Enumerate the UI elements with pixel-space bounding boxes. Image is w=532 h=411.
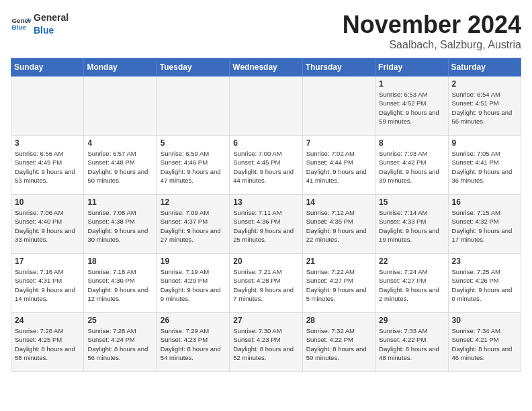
header-saturday: Saturday: [448, 58, 521, 77]
calendar-cell: 5Sunrise: 6:59 AM Sunset: 4:46 PM Daylig…: [157, 136, 229, 195]
day-number: 23: [452, 257, 517, 266]
calendar-cell: 19Sunrise: 7:19 AM Sunset: 4:29 PM Dayli…: [157, 254, 229, 313]
day-number: 19: [161, 257, 226, 266]
logo-blue: Blue: [34, 25, 54, 36]
calendar-cell: [84, 77, 157, 136]
day-info: Sunrise: 7:34 AM Sunset: 4:21 PM Dayligh…: [452, 326, 517, 362]
calendar-cell: [11, 77, 84, 136]
day-info: Sunrise: 7:22 AM Sunset: 4:27 PM Dayligh…: [306, 267, 371, 303]
day-info: Sunrise: 7:09 AM Sunset: 4:37 PM Dayligh…: [161, 208, 226, 244]
calendar-week-1: 1Sunrise: 6:53 AM Sunset: 4:52 PM Daylig…: [11, 77, 521, 136]
day-number: 21: [306, 257, 371, 266]
logo: General Blue General Blue: [11, 11, 69, 36]
day-number: 10: [15, 197, 80, 207]
calendar-cell: 23Sunrise: 7:25 AM Sunset: 4:26 PM Dayli…: [448, 254, 521, 313]
calendar-cell: 27Sunrise: 7:30 AM Sunset: 4:23 PM Dayli…: [230, 313, 302, 372]
day-info: Sunrise: 7:30 AM Sunset: 4:23 PM Dayligh…: [233, 326, 298, 362]
day-info: Sunrise: 7:06 AM Sunset: 4:40 PM Dayligh…: [15, 208, 80, 244]
calendar-cell: [157, 77, 229, 136]
day-number: 1: [379, 79, 444, 89]
day-number: 27: [233, 316, 298, 325]
day-info: Sunrise: 7:21 AM Sunset: 4:28 PM Dayligh…: [233, 267, 298, 303]
calendar-cell: 16Sunrise: 7:15 AM Sunset: 4:32 PM Dayli…: [448, 195, 521, 254]
calendar-cell: 6Sunrise: 7:00 AM Sunset: 4:45 PM Daylig…: [230, 136, 302, 195]
calendar-cell: 15Sunrise: 7:14 AM Sunset: 4:33 PM Dayli…: [375, 195, 448, 254]
day-info: Sunrise: 7:12 AM Sunset: 4:35 PM Dayligh…: [306, 208, 371, 244]
day-number: 18: [87, 257, 152, 266]
day-info: Sunrise: 7:32 AM Sunset: 4:22 PM Dayligh…: [306, 326, 371, 362]
calendar-cell: [302, 77, 375, 136]
day-info: Sunrise: 7:14 AM Sunset: 4:33 PM Dayligh…: [379, 208, 444, 244]
calendar-cell: 29Sunrise: 7:33 AM Sunset: 4:22 PM Dayli…: [375, 313, 448, 372]
day-number: 7: [306, 138, 371, 148]
calendar-cell: [230, 77, 302, 136]
calendar-cell: 24Sunrise: 7:26 AM Sunset: 4:25 PM Dayli…: [11, 313, 84, 372]
day-number: 22: [379, 257, 444, 266]
calendar-cell: 14Sunrise: 7:12 AM Sunset: 4:35 PM Dayli…: [302, 195, 375, 254]
day-number: 24: [15, 316, 80, 325]
header-wednesday: Wednesday: [230, 58, 302, 77]
calendar-week-2: 3Sunrise: 6:56 AM Sunset: 4:49 PM Daylig…: [11, 136, 521, 195]
calendar-cell: 25Sunrise: 7:28 AM Sunset: 4:24 PM Dayli…: [84, 313, 157, 372]
day-number: 12: [161, 197, 226, 207]
calendar-cell: 2Sunrise: 6:54 AM Sunset: 4:51 PM Daylig…: [448, 77, 521, 136]
day-info: Sunrise: 7:19 AM Sunset: 4:29 PM Dayligh…: [161, 267, 226, 303]
calendar-cell: 21Sunrise: 7:22 AM Sunset: 4:27 PM Dayli…: [302, 254, 375, 313]
calendar-cell: 10Sunrise: 7:06 AM Sunset: 4:40 PM Dayli…: [11, 195, 84, 254]
calendar-cell: 22Sunrise: 7:24 AM Sunset: 4:27 PM Dayli…: [375, 254, 448, 313]
header-friday: Friday: [375, 58, 448, 77]
calendar-cell: 9Sunrise: 7:05 AM Sunset: 4:41 PM Daylig…: [448, 136, 521, 195]
day-number: 30: [452, 316, 517, 325]
day-info: Sunrise: 7:18 AM Sunset: 4:30 PM Dayligh…: [87, 267, 152, 303]
day-number: 15: [379, 197, 444, 207]
day-info: Sunrise: 6:59 AM Sunset: 4:46 PM Dayligh…: [161, 149, 226, 185]
day-number: 16: [452, 197, 517, 207]
day-info: Sunrise: 7:02 AM Sunset: 4:44 PM Dayligh…: [306, 149, 371, 185]
day-number: 11: [87, 197, 152, 207]
day-number: 5: [161, 138, 226, 148]
calendar-table: SundayMondayTuesdayWednesdayThursdayFrid…: [11, 58, 521, 372]
header-monday: Monday: [84, 58, 157, 77]
day-info: Sunrise: 7:25 AM Sunset: 4:26 PM Dayligh…: [452, 267, 517, 303]
day-info: Sunrise: 7:29 AM Sunset: 4:23 PM Dayligh…: [161, 326, 226, 362]
calendar-cell: 30Sunrise: 7:34 AM Sunset: 4:21 PM Dayli…: [448, 313, 521, 372]
calendar-cell: 26Sunrise: 7:29 AM Sunset: 4:23 PM Dayli…: [157, 313, 229, 372]
day-info: Sunrise: 7:00 AM Sunset: 4:45 PM Dayligh…: [233, 149, 298, 185]
day-number: 29: [379, 316, 444, 325]
day-number: 6: [233, 138, 298, 148]
page-subtitle: Saalbach, Salzburg, Austria: [343, 39, 521, 51]
day-number: 2: [452, 79, 517, 89]
day-number: 25: [87, 316, 152, 325]
day-number: 20: [233, 257, 298, 266]
calendar-cell: 8Sunrise: 7:03 AM Sunset: 4:42 PM Daylig…: [375, 136, 448, 195]
header-thursday: Thursday: [302, 58, 375, 77]
day-info: Sunrise: 7:15 AM Sunset: 4:32 PM Dayligh…: [452, 208, 517, 244]
svg-text:Blue: Blue: [12, 24, 27, 31]
day-info: Sunrise: 7:33 AM Sunset: 4:22 PM Dayligh…: [379, 326, 444, 362]
calendar-week-3: 10Sunrise: 7:06 AM Sunset: 4:40 PM Dayli…: [11, 195, 521, 254]
logo-general: General: [34, 12, 69, 23]
day-number: 4: [87, 138, 152, 148]
day-number: 8: [379, 138, 444, 148]
day-info: Sunrise: 7:08 AM Sunset: 4:38 PM Dayligh…: [87, 208, 152, 244]
calendar-cell: 3Sunrise: 6:56 AM Sunset: 4:49 PM Daylig…: [11, 136, 84, 195]
header-tuesday: Tuesday: [157, 58, 229, 77]
day-number: 3: [15, 138, 80, 148]
calendar-cell: 20Sunrise: 7:21 AM Sunset: 4:28 PM Dayli…: [230, 254, 302, 313]
header-sunday: Sunday: [11, 58, 84, 77]
day-info: Sunrise: 6:57 AM Sunset: 4:48 PM Dayligh…: [87, 149, 152, 185]
calendar-cell: 28Sunrise: 7:32 AM Sunset: 4:22 PM Dayli…: [302, 313, 375, 372]
calendar-week-5: 24Sunrise: 7:26 AM Sunset: 4:25 PM Dayli…: [11, 313, 521, 372]
calendar-cell: 12Sunrise: 7:09 AM Sunset: 4:37 PM Dayli…: [157, 195, 229, 254]
day-info: Sunrise: 7:03 AM Sunset: 4:42 PM Dayligh…: [379, 149, 444, 185]
day-number: 9: [452, 138, 517, 148]
calendar-cell: 7Sunrise: 7:02 AM Sunset: 4:44 PM Daylig…: [302, 136, 375, 195]
calendar-week-4: 17Sunrise: 7:16 AM Sunset: 4:31 PM Dayli…: [11, 254, 521, 313]
day-number: 13: [233, 197, 298, 207]
logo-icon: General Blue: [11, 13, 31, 34]
header: General Blue General Blue November 2024 …: [11, 11, 521, 51]
calendar-cell: 13Sunrise: 7:11 AM Sunset: 4:36 PM Dayli…: [230, 195, 302, 254]
day-number: 28: [306, 316, 371, 325]
day-info: Sunrise: 6:54 AM Sunset: 4:51 PM Dayligh…: [452, 90, 517, 126]
day-info: Sunrise: 7:16 AM Sunset: 4:31 PM Dayligh…: [15, 267, 80, 303]
